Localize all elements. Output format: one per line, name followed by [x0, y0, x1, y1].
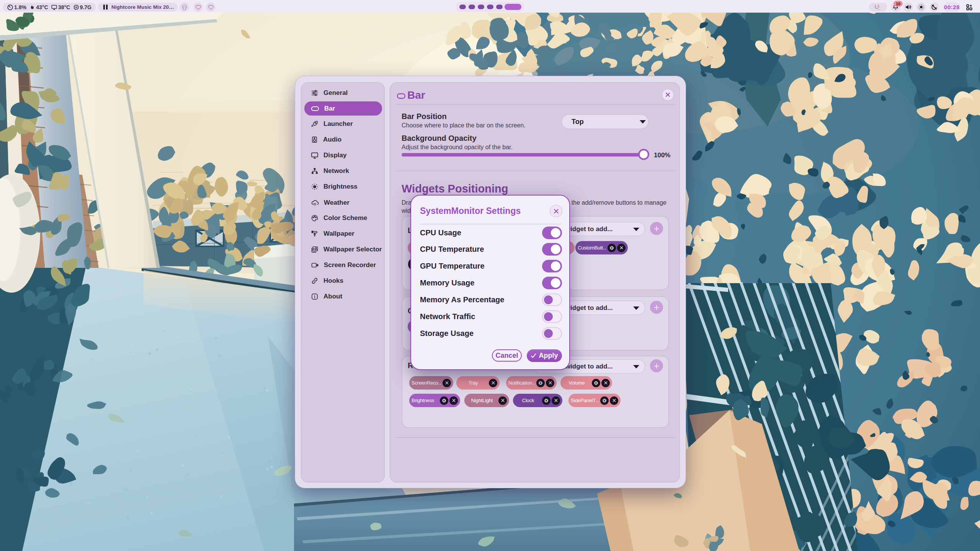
svg-text:C: C: [877, 5, 880, 10]
